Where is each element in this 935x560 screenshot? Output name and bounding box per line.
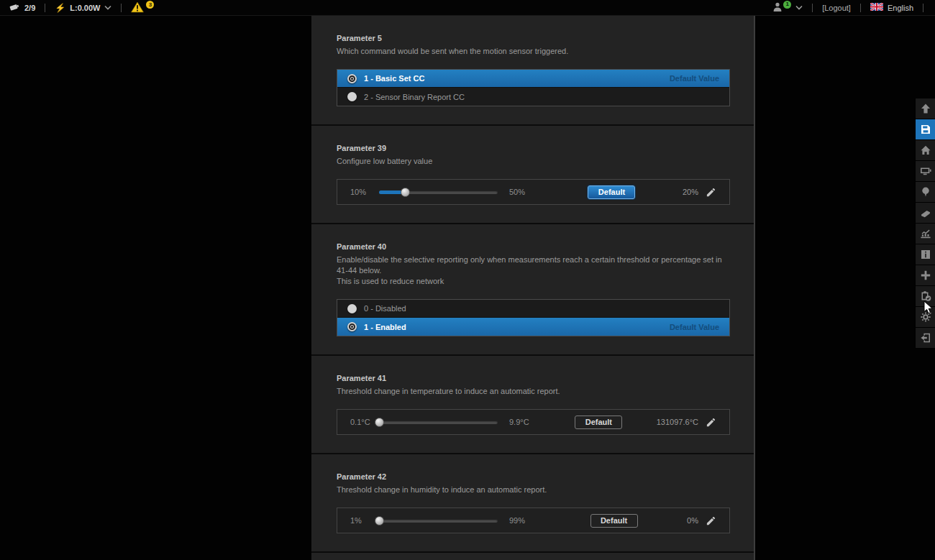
alerts-count-badge: 3 [146,1,154,9]
parameter-title: Parameter 41 [337,374,730,382]
parameter-description: Configure low battery value [337,156,730,167]
options-list: 1 - Basic Set CC Default Value 2 - Senso… [337,69,730,106]
save-icon [920,124,931,135]
language-selector[interactable]: English [870,3,913,12]
clipboard-check-icon [920,290,931,302]
default-button[interactable]: Default [575,416,622,429]
toolbar-button-settings[interactable] [915,307,935,328]
option-label: 1 - Basic Set CC [364,74,424,83]
chart-icon [920,228,931,239]
parameter-description-line: Enable/disable the selective reporting o… [337,254,730,276]
parameter-title: Parameter 40 [337,242,730,251]
uk-flag-icon [870,3,883,12]
logout-button[interactable]: [Logout] [822,4,851,12]
divider [45,4,45,12]
slider-track[interactable] [379,519,498,523]
option-row[interactable]: 2 - Sensor Binary Report CC [337,88,729,106]
option-label: 1 - Enabled [364,323,406,331]
radio-icon[interactable] [347,322,357,331]
parameters-panel: Parameter 5 Which command would be sent … [311,16,755,560]
slider-max-label: 50% [509,188,538,196]
parameter-title: Parameter 5 [337,34,730,42]
slider[interactable] [379,188,498,197]
exit-icon [920,332,931,344]
option-label: 0 - Disabled [364,304,406,313]
slider-max-label: 9.9°C [509,418,538,426]
parameter-title: Parameter 42 [337,472,730,481]
divider [923,4,923,12]
default-value-label: Default Value [670,74,719,83]
toolbar-button-analytics[interactable] [915,224,935,244]
toolbar-button-scroll-top[interactable] [915,98,935,119]
lightning-icon: ⚡ [55,3,65,13]
current-value: 131097.6°C [657,418,698,426]
slider[interactable] [379,516,498,525]
parameter-description-line: Which command would be sent when the mot… [337,46,730,57]
gear-icon [920,311,931,323]
slider-track[interactable] [379,421,498,424]
right-toolbar [915,98,935,349]
edit-pencil-icon[interactable] [706,417,716,428]
edit-pencil-icon[interactable] [706,515,716,526]
battery-count: 2/9 [24,4,35,12]
current-value: 20% [683,188,698,196]
parameter-description-line: Configure low battery value [337,156,730,167]
slider-max-label: 99% [509,516,538,525]
user-menu[interactable]: 1 [772,1,803,14]
chevron-down-icon [104,5,111,10]
default-button[interactable]: Default [588,185,635,199]
battery-icon [9,1,20,14]
option-row[interactable]: 0 - Disabled [337,300,729,318]
default-value-label: Default Value [670,323,719,331]
parameter-description: Threshold change in humidity to induce a… [337,485,730,495]
toolbar-button-location[interactable] [915,182,935,203]
topbar: 2/9 ⚡ L:0.00W 3 [0,0,935,16]
radio-icon[interactable] [347,304,357,313]
divider [860,4,861,12]
language-label: English [888,4,913,12]
toolbar-button-rooms[interactable] [915,203,935,224]
slider-min-label: 0.1°C [350,418,375,426]
toolbar-button-home[interactable] [915,140,935,161]
load-value: L:0.00W [70,4,100,12]
puzzle-icon [920,270,931,281]
toolbar-button-tasks[interactable] [915,286,935,307]
default-button[interactable]: Default [590,514,638,528]
toolbar-button-apps[interactable] [915,265,935,286]
slider-min-label: 10% [350,188,375,196]
home-icon [920,144,931,156]
slider-handle[interactable] [375,418,384,427]
parameter-section: Parameter 40 Enable/disable the selectiv… [311,224,755,354]
alerts-indicator[interactable]: 3 [131,1,154,14]
option-row[interactable]: 1 - Basic Set CC Default Value [337,70,729,88]
options-list: 0 - Disabled 1 - Enabled Default Value [337,299,730,336]
toolbar-button-device[interactable] [915,161,935,182]
battery-status[interactable]: 2/9 [9,1,35,14]
power-load-dropdown[interactable]: ⚡ L:0.00W [55,3,111,13]
toolbar-button-info[interactable] [915,244,935,265]
toolbar-button-exit[interactable] [915,328,935,349]
parameter-description-line: Threshold change in humidity to induce a… [337,485,730,495]
slider[interactable] [379,418,498,427]
user-icon [772,1,783,14]
current-value: 0% [687,516,698,525]
edit-pencil-icon[interactable] [706,187,716,198]
option-row[interactable]: 1 - Enabled Default Value [337,318,729,336]
info-icon [920,249,931,260]
arrow-up-icon [920,103,931,114]
parameter-section: Parameter 5 Which command would be sent … [311,16,755,124]
warning-icon [131,1,144,14]
slider-row: 1% 99% Default 0% [337,508,730,533]
parameter-section: Parameter 39 Configure low battery value… [311,126,755,223]
option-label: 2 - Sensor Binary Report CC [364,93,465,101]
divider [121,4,122,12]
slider-handle[interactable] [375,516,384,525]
next-section-partial [311,553,755,560]
radio-icon[interactable] [347,74,357,83]
toolbar-button-save[interactable] [915,119,935,140]
slider-handle[interactable] [401,188,410,197]
radio-icon[interactable] [347,92,357,101]
parameter-section: Parameter 41 Threshold change in tempera… [311,356,755,453]
page: 2/9 ⚡ L:0.00W 3 [0,0,935,560]
parameter-description-line: This is used to reduce network [337,276,730,287]
